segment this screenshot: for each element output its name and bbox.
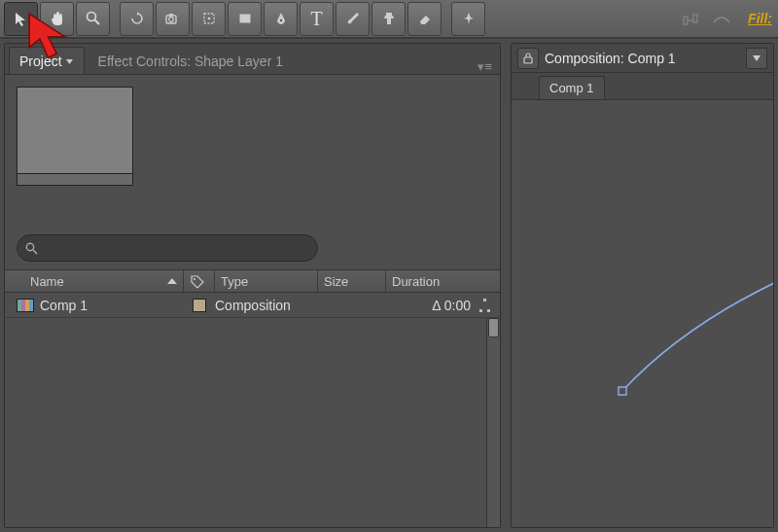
lock-icon[interactable] <box>517 48 539 69</box>
rotate-tool[interactable] <box>120 2 154 36</box>
bezier-curve-shape[interactable] <box>618 265 773 401</box>
eraser-tool[interactable] <box>407 2 442 36</box>
tab-comp[interactable]: Comp 1 <box>539 76 605 99</box>
snap-toggle-icon[interactable] <box>676 4 705 33</box>
tab-label: Comp 1 <box>549 81 594 95</box>
panel-options-icon[interactable]: ▾≡ <box>477 59 492 74</box>
project-panel: Project Effect Controls: Shape Layer 1 ▾… <box>4 43 501 528</box>
svg-point-3 <box>168 18 173 22</box>
camera-tool[interactable] <box>156 2 190 36</box>
svg-rect-11 <box>684 17 688 24</box>
column-label: Size <box>324 274 348 289</box>
clone-stamp-tool[interactable] <box>371 2 406 36</box>
svg-rect-12 <box>693 15 697 22</box>
composition-panel: Composition: Comp 1 Comp 1 <box>511 43 774 528</box>
composition-title: Composition: Comp 1 <box>545 51 746 66</box>
composition-viewer[interactable] <box>512 100 773 527</box>
composition-icon <box>17 299 34 312</box>
column-label-color[interactable] <box>184 270 215 292</box>
svg-rect-17 <box>619 387 626 395</box>
comp-header: Composition: Comp 1 <box>512 44 773 73</box>
label-color-swatch[interactable] <box>193 299 206 312</box>
column-type[interactable]: Type <box>215 270 318 292</box>
rectangle-tool[interactable] <box>228 2 262 36</box>
column-label: Type <box>221 274 248 289</box>
svg-line-14 <box>33 250 37 254</box>
text-tool[interactable]: T <box>300 2 334 36</box>
pin-tool[interactable] <box>451 2 485 36</box>
tab-effect-controls[interactable]: Effect Controls: Shape Layer 1 <box>88 48 293 74</box>
search-input[interactable] <box>44 240 309 256</box>
brush-tool[interactable] <box>336 2 370 36</box>
svg-rect-10 <box>387 18 391 24</box>
column-name[interactable]: Name <box>24 270 184 292</box>
svg-rect-9 <box>386 13 392 16</box>
column-size[interactable]: Size <box>318 270 386 292</box>
scrollbar[interactable] <box>486 318 500 527</box>
hand-tool[interactable] <box>40 2 74 36</box>
pen-tool[interactable] <box>264 2 298 36</box>
composition-thumbnail[interactable] <box>17 87 133 174</box>
selection-tool[interactable] <box>4 2 38 36</box>
dropdown-arrow-icon[interactable] <box>746 48 767 69</box>
flowchart-icon[interactable] <box>478 299 492 312</box>
project-rows-area[interactable]: Comp 1 Composition Δ 0:00 <box>5 293 500 527</box>
tab-project[interactable]: Project <box>9 47 85 74</box>
svg-line-1 <box>94 20 99 25</box>
project-panel-tabs: Project Effect Controls: Shape Layer 1 ▾… <box>5 44 500 75</box>
sort-asc-icon <box>167 277 177 285</box>
scrollbar-thumb[interactable] <box>488 318 499 337</box>
svg-point-6 <box>207 18 210 20</box>
svg-point-15 <box>194 278 195 280</box>
column-label: Name <box>30 274 64 289</box>
svg-rect-7 <box>239 15 250 23</box>
row-duration: Δ 0:00 <box>432 298 471 313</box>
top-toolbar: T Fill: <box>0 0 778 39</box>
chevron-down-icon <box>66 57 74 65</box>
svg-point-8 <box>279 19 281 21</box>
curve-toggle-icon[interactable] <box>707 4 736 33</box>
column-label: Duration <box>392 274 440 289</box>
tab-label: Project <box>19 53 62 69</box>
fill-label[interactable]: Fill: <box>748 11 772 26</box>
table-row[interactable]: Comp 1 Composition Δ 0:00 <box>5 293 500 318</box>
row-name: Comp 1 <box>40 298 88 313</box>
zoom-tool[interactable] <box>76 2 110 36</box>
project-search[interactable] <box>17 234 318 262</box>
row-type: Composition <box>215 298 318 313</box>
main-area: Project Effect Controls: Shape Layer 1 ▾… <box>4 43 774 528</box>
svg-point-13 <box>26 243 33 250</box>
column-duration[interactable]: Duration <box>386 270 500 292</box>
project-columns: Name Type Size Duration <box>5 269 500 293</box>
comp-tabs: Comp 1 <box>512 73 773 100</box>
svg-rect-4 <box>169 14 173 17</box>
project-thumbnail-area <box>5 75 500 186</box>
search-icon <box>25 242 38 255</box>
tag-icon <box>190 274 205 288</box>
svg-rect-16 <box>524 57 532 63</box>
svg-point-0 <box>87 13 95 21</box>
composition-thumbnail-bar <box>17 174 133 186</box>
tab-label: Effect Controls: Shape Layer 1 <box>98 53 283 69</box>
pan-behind-tool[interactable] <box>192 2 226 36</box>
